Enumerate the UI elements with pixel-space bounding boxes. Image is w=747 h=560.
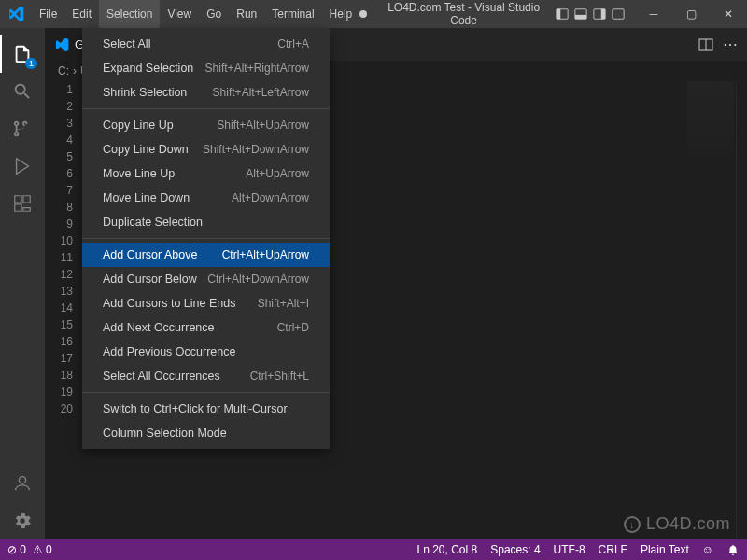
- menu-file[interactable]: File: [32, 0, 64, 28]
- line-number: 4: [45, 132, 73, 148]
- explorer-icon[interactable]: 1: [0, 35, 45, 73]
- maximize-button[interactable]: ▢: [672, 0, 710, 28]
- line-number: 5: [45, 148, 73, 165]
- menu-item-label: Move Line Up: [103, 165, 175, 182]
- line-number: 6: [45, 165, 73, 182]
- menu-item[interactable]: Move Line DownAlt+DownArrow: [82, 186, 330, 210]
- layout-controls: [555, 7, 626, 21]
- explorer-badge: 1: [25, 58, 37, 69]
- title-text: LO4D.com Test - Visual Studio Code: [373, 1, 555, 27]
- menu-separator: [82, 238, 330, 239]
- menu-item-label: Add Cursor Above: [103, 246, 197, 263]
- settings-gear-icon[interactable]: [0, 502, 45, 539]
- editor-scrollbar[interactable]: [736, 81, 747, 539]
- menu-item-label: Select All: [103, 35, 150, 52]
- menu-item-label: Add Cursors to Line Ends: [103, 295, 235, 312]
- svg-point-7: [19, 477, 25, 483]
- menu-go[interactable]: Go: [199, 0, 229, 28]
- menu-terminal[interactable]: Terminal: [264, 0, 321, 28]
- watermark: ↓ LO4D.com: [624, 514, 730, 534]
- line-number: 20: [45, 400, 73, 417]
- encoding-status[interactable]: UTF-8: [554, 543, 585, 556]
- svg-rect-1: [557, 9, 560, 20]
- menu-run[interactable]: Run: [229, 0, 264, 28]
- menu-item-shortcut: Ctrl+A: [277, 35, 309, 52]
- menu-item-label: Column Selection Mode: [103, 425, 227, 441]
- close-button[interactable]: ✕: [710, 0, 747, 28]
- menu-item-label: Add Next Occurrence: [103, 319, 215, 336]
- menu-item-shortcut: Shift+Alt+UpArrow: [217, 117, 309, 133]
- line-number: 8: [45, 199, 73, 216]
- vscode-logo-icon: [0, 6, 32, 22]
- menu-item-label: Copy Line Up: [103, 117, 174, 133]
- run-debug-icon[interactable]: [0, 147, 45, 185]
- menu-item[interactable]: Column Selection Mode: [82, 421, 330, 445]
- notifications-icon[interactable]: [726, 543, 740, 556]
- svg-rect-5: [601, 9, 605, 20]
- warning-icon: ⚠: [33, 543, 43, 556]
- menu-item[interactable]: Add Cursors to Line EndsShift+Alt+I: [82, 291, 330, 315]
- menu-item-shortcut: Shift+Alt+LeftArrow: [213, 84, 309, 101]
- menu-item[interactable]: Add Cursor AboveCtrl+Alt+UpArrow: [82, 243, 330, 267]
- menu-item[interactable]: Add Previous Occurrence: [82, 340, 330, 364]
- menu-item-label: Shrink Selection: [103, 84, 187, 101]
- menu-item[interactable]: Add Cursor BelowCtrl+Alt+DownArrow: [82, 267, 330, 291]
- menu-item-label: Copy Line Down: [103, 141, 189, 158]
- menu-help[interactable]: Help: [322, 0, 360, 28]
- menu-item-label: Expand Selection: [103, 60, 193, 77]
- selection-menu-dropdown: Select AllCtrl+AExpand SelectionShift+Al…: [82, 28, 330, 449]
- split-editor-icon[interactable]: [698, 37, 713, 52]
- menu-item-shortcut: Shift+Alt+RightArrow: [205, 60, 309, 77]
- line-number: 18: [45, 367, 73, 384]
- menu-item[interactable]: Shrink SelectionShift+Alt+LeftArrow: [82, 80, 330, 105]
- cursor-position[interactable]: Ln 20, Col 8: [416, 543, 477, 556]
- line-number: 3: [45, 115, 73, 132]
- line-number: 1: [45, 81, 73, 98]
- extensions-icon[interactable]: [0, 185, 45, 222]
- menu-item[interactable]: Add Next OccurrenceCtrl+D: [82, 315, 330, 340]
- menu-edit[interactable]: Edit: [64, 0, 99, 28]
- source-control-icon[interactable]: [0, 110, 45, 147]
- svg-rect-6: [613, 9, 624, 20]
- menu-selection[interactable]: Selection: [99, 0, 160, 28]
- line-number: 13: [45, 283, 73, 300]
- accounts-icon[interactable]: [0, 465, 45, 502]
- feedback-icon[interactable]: ☺: [702, 543, 713, 556]
- menu-item[interactable]: Expand SelectionShift+Alt+RightArrow: [82, 56, 330, 80]
- menu-item[interactable]: Copy Line UpShift+Alt+UpArrow: [82, 113, 330, 137]
- menu-item[interactable]: Select All OccurrencesCtrl+Shift+L: [82, 364, 330, 388]
- line-number: 10: [45, 232, 73, 249]
- menu-item-label: Switch to Ctrl+Click for Multi-Cursor: [103, 400, 288, 417]
- menu-item[interactable]: Copy Line DownShift+Alt+DownArrow: [82, 137, 330, 161]
- more-actions-icon[interactable]: ⋯: [723, 35, 738, 53]
- menu-item-label: Add Previous Occurrence: [103, 343, 235, 360]
- toggle-panel-icon[interactable]: [573, 7, 588, 21]
- indentation-status[interactable]: Spaces: 4: [490, 543, 540, 556]
- menu-item-label: Move Line Down: [103, 189, 190, 206]
- language-mode[interactable]: Plain Text: [641, 543, 689, 556]
- file-icon: [54, 37, 69, 52]
- toggle-primary-sidebar-icon[interactable]: [555, 7, 570, 21]
- menu-view[interactable]: View: [160, 0, 199, 28]
- menu-item[interactable]: Select AllCtrl+A: [82, 32, 330, 56]
- line-number: 7: [45, 182, 73, 199]
- eol-status[interactable]: CRLF: [599, 543, 627, 556]
- menu-item-shortcut: Ctrl+Alt+DownArrow: [207, 271, 309, 287]
- minimap[interactable]: [687, 81, 734, 165]
- menu-item[interactable]: Switch to Ctrl+Click for Multi-Cursor: [82, 397, 330, 421]
- customize-layout-icon[interactable]: [611, 7, 626, 21]
- search-icon[interactable]: [0, 73, 45, 110]
- menu-item[interactable]: Move Line UpAlt+UpArrow: [82, 161, 330, 186]
- problems-status[interactable]: ⊘ 0 ⚠ 0: [7, 543, 52, 556]
- breadcrumb-segment[interactable]: C:: [58, 64, 69, 77]
- line-number: 11: [45, 249, 73, 266]
- minimize-button[interactable]: ─: [635, 0, 672, 28]
- menu-item-shortcut: Ctrl+Alt+UpArrow: [222, 246, 309, 263]
- menu-item[interactable]: Duplicate Selection: [82, 210, 330, 234]
- line-number: 19: [45, 384, 73, 400]
- toggle-secondary-sidebar-icon[interactable]: [592, 7, 607, 21]
- line-number-gutter: 1234567891011121314151617181920: [45, 81, 82, 539]
- menu-item-shortcut: Ctrl+D: [277, 319, 309, 336]
- error-icon: ⊘: [7, 543, 17, 556]
- window-controls: ─ ▢ ✕: [635, 0, 747, 28]
